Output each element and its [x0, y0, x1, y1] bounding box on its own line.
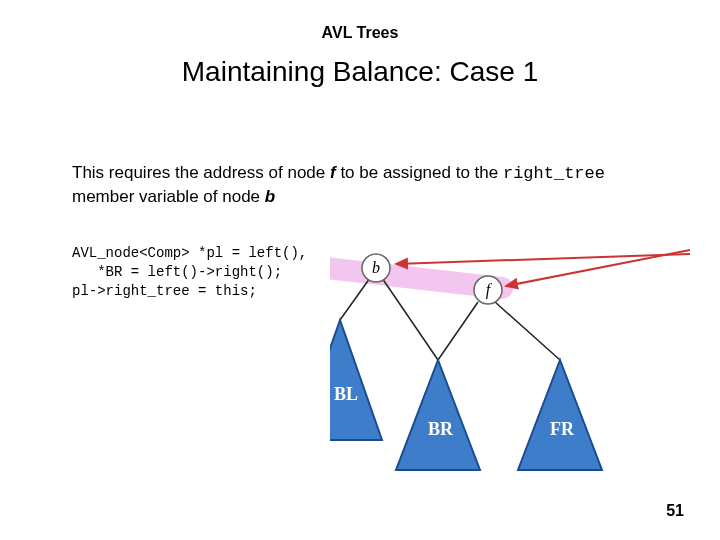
description: This requires the address of node f to b…: [72, 162, 648, 209]
code-line: pl->right_tree = this;: [72, 283, 257, 299]
subtree-BR: BR: [396, 360, 480, 470]
svg-marker-7: [330, 320, 382, 440]
svg-marker-9: [396, 360, 480, 470]
desc-text: to be assigned to the: [336, 163, 503, 182]
subtree-BL: BL: [330, 320, 382, 440]
desc-text: This requires the address of node: [72, 163, 330, 182]
code-snippet: AVL_node<Comp> *pl = left(), *BR = left(…: [72, 244, 307, 301]
node-b-ref: b: [265, 187, 275, 206]
slide-title: Maintaining Balance: Case 1: [0, 56, 720, 88]
svg-line-6: [495, 302, 560, 360]
page-number: 51: [666, 502, 684, 520]
svg-text:b: b: [372, 259, 380, 276]
svg-text:BR: BR: [428, 419, 454, 439]
svg-text:BL: BL: [334, 384, 358, 404]
svg-marker-11: [518, 360, 602, 470]
code-line: AVL_node<Comp> *pl = left(),: [72, 245, 307, 261]
slide-topic: AVL Trees: [0, 24, 720, 42]
node-f: f: [474, 276, 502, 304]
svg-text:FR: FR: [550, 419, 575, 439]
var-right-tree: right_tree: [503, 164, 605, 183]
desc-text: member variable of node: [72, 187, 265, 206]
avl-diagram: BL BR FR b f a: [330, 240, 700, 530]
node-b: b: [362, 254, 390, 282]
svg-line-5: [438, 302, 478, 360]
subtree-FR: FR: [518, 360, 602, 470]
code-line: *BR = left()->right();: [72, 264, 282, 280]
svg-line-3: [340, 278, 370, 320]
